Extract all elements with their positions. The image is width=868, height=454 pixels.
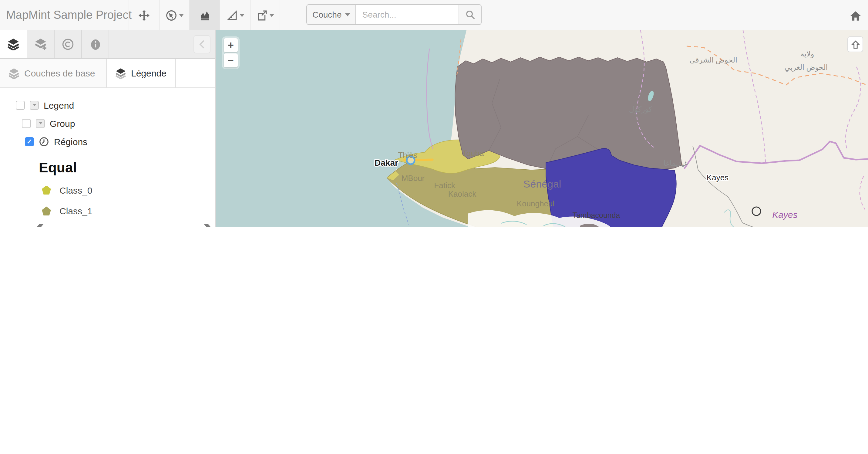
select-tool-icon (165, 9, 177, 21)
tree-item-label: Régions (54, 136, 87, 147)
legend-class-item[interactable]: Class_2 (42, 226, 92, 227)
zoom-out-button[interactable]: − (224, 53, 238, 67)
elevation-chart-icon (199, 10, 210, 21)
layers-icon (7, 38, 20, 50)
carousel-prev-button[interactable] (30, 223, 45, 227)
checkbox[interactable] (22, 119, 31, 128)
search-group: Couche (306, 4, 482, 25)
layer-clock-icon (39, 136, 49, 147)
subtab-label: Légende (131, 68, 166, 78)
toolbar (129, 0, 280, 30)
map-label: غيديماغا (663, 159, 688, 167)
tree-item-label: Legend (44, 100, 74, 110)
expand-caret-icon[interactable] (30, 100, 39, 110)
class-color-swatch (42, 207, 51, 216)
layers-icon (8, 68, 20, 79)
layer-select-label: Couche (312, 10, 342, 20)
map-label: MBour (402, 174, 425, 183)
sidebar: Couches de base Légende Legend Group ✓ R (0, 30, 216, 227)
legend-tree: Legend Group ✓ Régions Equal Class_0Clas… (0, 88, 215, 227)
class-color-swatch (42, 185, 51, 194)
expand-caret-icon[interactable] (36, 119, 45, 128)
tab-copyright[interactable] (55, 30, 82, 58)
topbar: MapMint Sample Project Couch (0, 0, 868, 30)
layers-icon (115, 68, 126, 79)
map-label: Kayes (772, 210, 797, 220)
zoom-in-button[interactable]: + (224, 38, 238, 52)
chevron-left-icon (198, 39, 206, 49)
tree-item-legend[interactable]: Legend (16, 99, 74, 111)
map-label: Tambacounda (572, 211, 620, 219)
map-label: Kayes (707, 173, 728, 182)
map-label: Touba (463, 149, 484, 158)
legend-class-item[interactable]: Class_1 (42, 205, 92, 217)
tab-add-layers[interactable] (27, 30, 55, 58)
mapmint-app: MapMint Sample Project Couch (0, 0, 868, 227)
map-label: Sénégal (524, 178, 561, 190)
map-label: الحوض الغربي (784, 63, 828, 71)
tree-item-label: Group (50, 118, 75, 128)
tab-layers[interactable] (0, 30, 27, 58)
move-icon (138, 9, 150, 21)
sidebar-icon-tabs (0, 30, 215, 59)
export-tool-button[interactable] (250, 0, 280, 30)
home-button[interactable] (848, 9, 862, 23)
map-label: ولاية (801, 50, 814, 58)
chevron-left-icon (30, 223, 45, 227)
carousel-next-button[interactable] (203, 223, 215, 227)
class-label: Class_0 (59, 185, 92, 195)
search-input[interactable] (356, 4, 460, 25)
map-label: الحوض الشرقي (689, 56, 737, 64)
pan-tool-button[interactable] (129, 0, 159, 30)
search-icon (465, 9, 475, 20)
subtab-label: Couches de base (24, 68, 95, 78)
map-label: Thiès (398, 151, 417, 160)
checkbox[interactable] (16, 100, 25, 110)
subtab-base-layers[interactable]: Couches de base (0, 59, 107, 87)
export-icon (256, 9, 268, 21)
map-label: Koungheul (517, 199, 554, 208)
chevron-down-icon (269, 14, 274, 17)
chevron-right-icon (203, 223, 215, 227)
map-label: Fatick (434, 181, 455, 190)
basemap: DakarThièsToubaMBourFatickKaolackSénégal… (216, 30, 868, 227)
select-tool-button[interactable] (159, 0, 189, 30)
layers-add-icon (35, 38, 47, 50)
sidebar-collapse-button[interactable] (193, 35, 211, 53)
copyright-icon (62, 38, 74, 50)
class-label: Class_1 (59, 206, 92, 216)
subtab-legend[interactable]: Légende (107, 59, 176, 87)
tree-item-group[interactable]: Group (22, 117, 75, 129)
map-viewport[interactable]: DakarThièsToubaMBourFatickKaolackSénégal… (216, 30, 868, 227)
chevron-down-icon (345, 13, 350, 16)
map-label: Kaolack (448, 189, 476, 199)
chevron-down-icon (239, 14, 244, 17)
chevron-down-icon (179, 14, 184, 17)
app-title: MapMint Sample Project (6, 0, 132, 30)
measure-icon (226, 9, 238, 21)
map-label: Dakar (375, 158, 398, 168)
map-label: كوركول (629, 105, 652, 114)
measure-tool-button[interactable] (220, 0, 250, 30)
info-icon (90, 38, 101, 50)
tab-info[interactable] (82, 30, 109, 58)
classification-title: Equal (39, 160, 77, 176)
elevation-tool-button[interactable] (189, 0, 220, 30)
up-arrow-icon (850, 39, 860, 50)
search-button[interactable] (460, 4, 482, 25)
tree-item-regions[interactable]: ✓ Régions (25, 135, 87, 148)
checkbox-checked[interactable]: ✓ (25, 137, 34, 146)
zoom-control: + − (222, 36, 240, 69)
legend-class-item[interactable]: Class_0 (42, 184, 92, 196)
sidebar-subtabs: Couches de base Légende (0, 59, 215, 88)
home-icon (849, 10, 861, 22)
north-arrow-button[interactable] (847, 36, 863, 52)
layer-select-dropdown[interactable]: Couche (306, 4, 356, 25)
